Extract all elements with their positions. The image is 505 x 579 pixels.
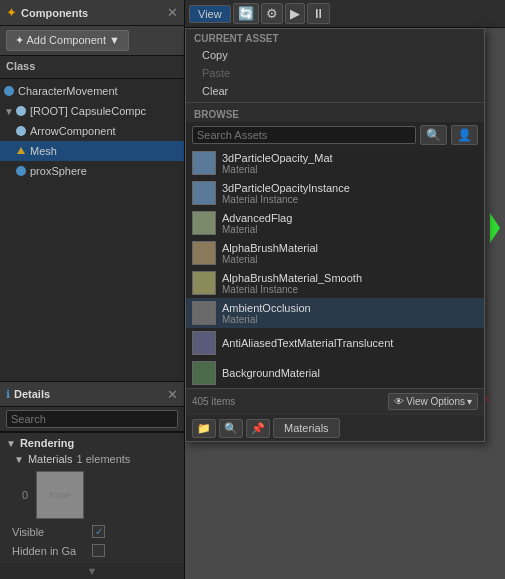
current-asset-label: Current Asset [186, 29, 484, 46]
asset-info: AntiAliasedTextMaterialTranslucent [222, 337, 393, 349]
tree-item-mesh[interactable]: Mesh [0, 141, 184, 161]
components-title: Components [21, 7, 88, 19]
asset-type: Material Instance [222, 194, 350, 205]
asset-row-3dparticle-mat[interactable]: 3dParticleOpacity_Mat Material [186, 148, 484, 178]
chevron-down-icon: ▾ [467, 396, 472, 407]
pin-asset-button[interactable]: 📌 [246, 419, 270, 438]
asset-action-bar: 📁 🔍 📌 Materials [186, 414, 484, 441]
rendering-expand-icon: ▼ [6, 438, 16, 449]
eye-icon: 👁 [394, 396, 404, 407]
tree-item-label: Mesh [30, 145, 57, 157]
asset-type: Material [222, 224, 292, 235]
asset-info: AlphaBrushMaterial_Smooth Material Insta… [222, 272, 362, 295]
materials-tab-button[interactable]: Materials [273, 418, 340, 438]
tree-container[interactable]: CharacterMovement ▼ [ROOT] CapsuleCompc … [0, 79, 184, 381]
hidden-label: Hidden in Ga [12, 545, 92, 557]
materials-row: ▼ Materials 1 elements [6, 453, 178, 465]
asset-type: Material [222, 164, 333, 175]
copy-menu-item[interactable]: Copy [186, 46, 484, 64]
asset-info: 3dParticleOpacity_Mat Material [222, 152, 333, 175]
close-button[interactable]: ✕ [167, 5, 178, 20]
details-search-input[interactable] [6, 410, 178, 428]
material-thumbnail: None [36, 471, 84, 519]
view-options-button[interactable]: 👁 View Options ▾ [388, 393, 478, 410]
scroll-down-icon: ▼ [87, 565, 98, 577]
asset-thumbnail [192, 301, 216, 325]
asset-name: 3dParticleOpacityInstance [222, 182, 350, 194]
dot-icon [16, 126, 26, 136]
asset-thumbnail [192, 151, 216, 175]
pause-button[interactable]: ⏸ [307, 3, 330, 24]
visible-label: Visible [12, 526, 92, 538]
clear-menu-item[interactable]: Clear [186, 82, 484, 100]
asset-footer: 405 items 👁 View Options ▾ [186, 388, 484, 414]
asset-type: Material [222, 314, 311, 325]
asset-row-ambient-occlusion[interactable]: AmbientOcclusion Material ← 2 [186, 298, 484, 328]
settings-button[interactable]: ⚙ [261, 3, 283, 24]
asset-name: BackgroundMaterial [222, 367, 320, 379]
rotate-button[interactable]: 🔄 [233, 3, 259, 24]
left-panel: ✦ Components ✕ ✦ Add Component ▼ Class C… [0, 0, 185, 579]
add-component-button[interactable]: ✦ Add Component ▼ [6, 30, 129, 51]
materials-expand-icon: ▼ [14, 454, 24, 465]
browse-asset-button[interactable]: 📁 [192, 419, 216, 438]
visible-checkbox[interactable] [92, 525, 105, 538]
material-item: 0 None [6, 471, 178, 519]
materials-label: Materials [28, 453, 73, 465]
dot-icon [16, 166, 26, 176]
expand-arrow-icon: ▼ [4, 106, 14, 117]
dot-icon [4, 86, 14, 96]
dot-icon [16, 106, 26, 116]
asset-row-alpha-brush-smooth[interactable]: AlphaBrushMaterial_Smooth Material Insta… [186, 268, 484, 298]
tree-item-character-movement[interactable]: CharacterMovement [0, 81, 184, 101]
asset-filter-button[interactable]: 👤 [451, 125, 478, 145]
items-count: 405 items [192, 396, 235, 407]
mesh-icon [16, 146, 26, 156]
dropdown-divider [186, 102, 484, 103]
rendering-title: Rendering [20, 437, 74, 449]
tree-item-label: proxSphere [30, 165, 87, 177]
browse-label: Browse [186, 105, 484, 122]
tree-item-label: [ROOT] CapsuleCompc [30, 105, 146, 117]
asset-row-3dparticle-instance[interactable]: 3dParticleOpacityInstance Material Insta… [186, 178, 484, 208]
asset-search-input[interactable] [192, 126, 416, 144]
asset-row-antialiased[interactable]: AntiAliasedTextMaterialTranslucent [186, 328, 484, 358]
asset-row-background[interactable]: BackgroundMaterial [186, 358, 484, 388]
asset-info: AmbientOcclusion Material [222, 302, 311, 325]
asset-thumbnail [192, 361, 216, 385]
tree-item-label: ArrowComponent [30, 125, 116, 137]
details-header: ℹ Details ✕ [0, 381, 184, 407]
rendering-header: ▼ Rendering [6, 437, 178, 449]
asset-info: 3dParticleOpacityInstance Material Insta… [222, 182, 350, 205]
asset-type: Material Instance [222, 284, 362, 295]
asset-name: AlphaBrushMaterial [222, 242, 318, 254]
components-icon: ✦ [6, 5, 17, 20]
hidden-checkbox[interactable] [92, 544, 105, 557]
asset-row-advanced-flag[interactable]: AdvancedFlag Material [186, 208, 484, 238]
asset-row-alpha-brush[interactable]: AlphaBrushMaterial Material [186, 238, 484, 268]
tree-item-root-capsule[interactable]: ▼ [ROOT] CapsuleCompc [0, 101, 184, 121]
asset-thumbnail [192, 181, 216, 205]
asset-thumbnail [192, 241, 216, 265]
add-component-label: ✦ Add Component ▼ [15, 34, 120, 47]
asset-type: Material [222, 254, 318, 265]
scroll-indicator: ▼ [0, 563, 184, 579]
materials-count: 1 elements [77, 453, 131, 465]
mat-thumb-label: None [49, 490, 71, 500]
material-index: 0 [22, 489, 36, 501]
asset-search-button[interactable]: 🔍 [420, 125, 447, 145]
details-close-button[interactable]: ✕ [167, 387, 178, 402]
tree-item-prox-sphere[interactable]: proxSphere [0, 161, 184, 181]
class-label: Class [6, 60, 178, 72]
play-button[interactable]: ▶ [285, 3, 305, 24]
view-button[interactable]: View [189, 5, 231, 23]
visible-row: Visible [6, 523, 178, 540]
find-asset-button[interactable]: 🔍 [219, 419, 243, 438]
asset-list[interactable]: 3dParticleOpacity_Mat Material 3dParticl… [186, 148, 484, 388]
tree-item-arrow-component[interactable]: ArrowComponent [0, 121, 184, 141]
asset-info: BackgroundMaterial [222, 367, 320, 379]
add-component-bar: ✦ Add Component ▼ [0, 26, 184, 56]
main-container: ✦ Components ✕ ✦ Add Component ▼ Class C… [0, 0, 505, 579]
asset-search-bar: 🔍 👤 [186, 122, 484, 148]
paste-menu-item[interactable]: Paste [186, 64, 484, 82]
